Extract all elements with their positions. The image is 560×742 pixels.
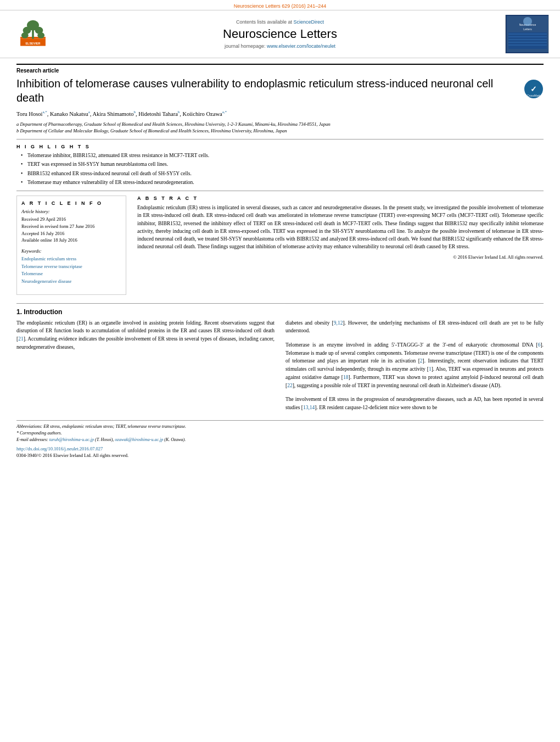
ozawa-name: (K. Ozawa). bbox=[164, 437, 186, 442]
science-direct-link[interactable]: ScienceDirect bbox=[294, 19, 324, 25]
abstract-heading: A B S T R A C T bbox=[137, 196, 544, 201]
journal-homepage: journal homepage: www.elsevier.com/locat… bbox=[60, 43, 500, 49]
article-type-label: Research article bbox=[16, 64, 544, 74]
authors-line: Toru Hosoia,*, Kanako Nakatsua, Akira Sh… bbox=[16, 109, 544, 118]
affiliations: a Department of Pharmacotherapy, Graduat… bbox=[16, 121, 544, 135]
article-title: Inhibition of telomerase causes vulnerab… bbox=[16, 76, 524, 105]
highlights-section: H I G H L I G H T S Telomerase inhibitor… bbox=[16, 144, 544, 186]
history-label: Article history: bbox=[21, 209, 121, 214]
issn-line: 0304-3940/© 2016 Elsevier Ireland Ltd. A… bbox=[16, 453, 544, 458]
keywords-label: Keywords: bbox=[21, 248, 121, 254]
svg-text:Letters: Letters bbox=[523, 27, 532, 31]
highlight-item-4: Telomerase may enhance vulnerability of … bbox=[21, 179, 544, 186]
article-info-box: A R T I C L E I N F O Article history: R… bbox=[16, 196, 126, 294]
svg-text:ELSEVIER: ELSEVIER bbox=[25, 41, 40, 44]
doi-link[interactable]: http://dx.doi.org/10.1016/j.neulet.2016.… bbox=[16, 446, 103, 451]
journal-citation: Neuroscience Letters 629 (2016) 241–244 bbox=[234, 3, 327, 9]
article-info-heading: A R T I C L E I N F O bbox=[21, 200, 121, 206]
elsevier-logo: ELSEVIER bbox=[11, 19, 55, 49]
doi-line: http://dx.doi.org/10.1016/j.neulet.2016.… bbox=[16, 446, 544, 451]
available-date: Available online 18 July 2016 bbox=[21, 237, 121, 244]
intro-right-text-2: Telomerase is an enzyme involved in addi… bbox=[285, 341, 544, 389]
header-center: Contents lists available at ScienceDirec… bbox=[55, 19, 505, 49]
abbreviations-note: Abbreviations: ER stress, endoplasmic re… bbox=[16, 423, 544, 430]
keyword-2: Telomerase reverse transcriptase bbox=[21, 263, 121, 271]
divider-2 bbox=[16, 191, 544, 191]
highlights-list: Telomerase inhibitor, BIBR1532, attenuat… bbox=[16, 152, 544, 186]
intro-left-text: The endoplasmic reticulum (ER) is an org… bbox=[16, 319, 275, 352]
affiliation-b: b Department of Cellular and Molecular B… bbox=[16, 128, 544, 135]
crossmark-icon: ✓ CrossMark bbox=[524, 79, 544, 99]
email-hosoi-link[interactable]: taruh@hiroshima-u.ac.jp bbox=[49, 437, 94, 442]
svg-point-5 bbox=[21, 32, 29, 38]
keyword-1: Endoplasmic reticulum stress bbox=[21, 255, 121, 263]
footnote-area: Abbreviations: ER stress, endoplasmic re… bbox=[16, 420, 544, 458]
svg-point-6 bbox=[37, 32, 44, 38]
accepted-date: Accepted 16 July 2016 bbox=[21, 230, 121, 237]
intro-right-text-1: diabetes and obesity [9,12]. However, th… bbox=[285, 319, 544, 335]
svg-text:✓: ✓ bbox=[530, 85, 537, 93]
email-note: E-mail addresses: taruh@hiroshima-u.ac.j… bbox=[16, 437, 544, 443]
article-info-abstract-row: A R T I C L E I N F O Article history: R… bbox=[16, 196, 544, 294]
received-date: Received 29 April 2016 bbox=[21, 216, 121, 223]
svg-point-19 bbox=[523, 17, 532, 26]
highlight-item-3: BIBR1532 enhanced ER stress-induced neur… bbox=[21, 170, 544, 177]
keyword-4: Neurodegenerative disease bbox=[21, 278, 121, 286]
abstract-column: A B S T R A C T Endoplasmic reticulum (E… bbox=[137, 196, 544, 294]
svg-text:CrossMark: CrossMark bbox=[527, 94, 541, 97]
page: Neuroscience Letters 629 (2016) 241–244 … bbox=[0, 0, 560, 742]
svg-rect-13 bbox=[508, 32, 547, 49]
article-info-column: A R T I C L E I N F O Article history: R… bbox=[16, 196, 126, 294]
affiliation-a: a Department of Pharmacotherapy, Graduat… bbox=[16, 121, 544, 128]
email-ozawa-link[interactable]: ozawak@hiroshima-u.ac.jp bbox=[115, 437, 163, 442]
elsevier-tree-icon: ELSEVIER bbox=[16, 19, 49, 49]
received-revised-date: Received in revised form 27 June 2016 bbox=[21, 223, 121, 230]
journal-top-bar: Neuroscience Letters 629 (2016) 241–244 bbox=[0, 0, 560, 10]
journal-url[interactable]: www.elsevier.com/locate/neulet bbox=[267, 43, 335, 49]
highlight-item-1: Telomerase inhibitor, BIBR1532, attenuat… bbox=[21, 152, 544, 159]
abstract-copyright: © 2016 Elsevier Ireland Ltd. All rights … bbox=[137, 254, 544, 260]
abstract-text: Endoplasmic reticulum (ER) stress is imp… bbox=[137, 204, 544, 251]
journal-cover-thumbnail: Neuroscience Letters bbox=[505, 15, 549, 53]
contents-line: Contents lists available at ScienceDirec… bbox=[60, 19, 500, 25]
introduction-heading: 1. Introduction bbox=[16, 308, 544, 316]
highlight-item-2: TERT was expressed in SH-SY5Y human neur… bbox=[21, 161, 544, 168]
intro-left: The endoplasmic reticulum (ER) is an org… bbox=[16, 319, 275, 412]
email-label: E-mail addresses: bbox=[16, 437, 48, 442]
corresponding-note: * Corresponding authors. bbox=[16, 430, 544, 437]
keywords-section: Keywords: Endoplasmic reticulum stress T… bbox=[21, 248, 121, 285]
keyword-3: Telomerase bbox=[21, 270, 121, 278]
intro-right: diabetes and obesity [9,12]. However, th… bbox=[285, 319, 544, 412]
article-history: Article history: Received 29 April 2016 … bbox=[21, 209, 121, 244]
header-area: ELSEVIER Contents lists available at Sci… bbox=[0, 10, 560, 58]
journal-title: Neuroscience Letters bbox=[60, 27, 500, 41]
introduction-columns: The endoplasmic reticulum (ER) is an org… bbox=[16, 319, 544, 412]
introduction-section: 1. Introduction The endoplasmic reticulu… bbox=[16, 303, 544, 412]
highlights-heading: H I G H L I G H T S bbox=[16, 144, 544, 149]
divider-1 bbox=[16, 139, 544, 140]
hosoi-name: (T. Hosoi), bbox=[95, 437, 114, 442]
intro-right-text-3: The involvement of ER stress in the prog… bbox=[285, 395, 544, 411]
article-title-row: Inhibition of telomerase causes vulnerab… bbox=[16, 76, 544, 105]
content-area: Research article Inhibition of telomeras… bbox=[0, 58, 560, 466]
